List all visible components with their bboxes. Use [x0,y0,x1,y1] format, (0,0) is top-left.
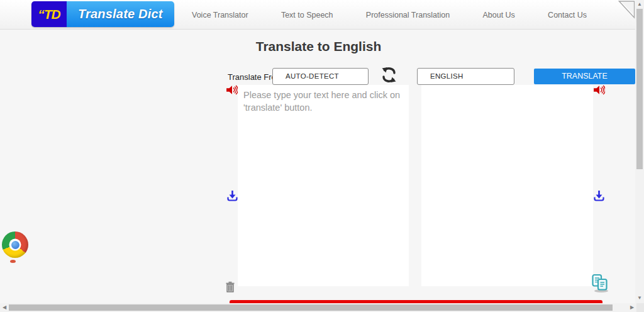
copy-text-button[interactable] [591,274,611,293]
chrome-icon-ring [9,239,21,251]
target-speaker-button[interactable] [594,85,605,95]
swap-languages-icon [382,66,396,86]
scroll-up-icon[interactable]: ▲ [635,1,644,8]
speaker-icon [226,87,238,97]
nav-item-voice-translator[interactable]: Voice Translator [192,11,248,20]
vertical-scrollbar[interactable]: ▲ ▼ [635,0,644,303]
nav-item-about-us[interactable]: About Us [482,11,514,20]
chrome-icon-dot [10,260,16,263]
horizontal-scrollbar-thumb[interactable] [9,304,613,311]
trash-icon [225,285,235,294]
main-nav: Voice Translator Text to Speech Professi… [192,0,587,30]
nav-item-contact-us[interactable]: Contact Us [548,11,587,20]
scroll-left-icon[interactable]: ◀ [1,303,8,312]
speaker-icon [594,87,605,97]
vertical-scrollbar-thumb[interactable] [636,9,643,169]
swap-languages-button[interactable] [379,66,398,86]
clear-text-button[interactable] [225,281,235,292]
chrome-icon-core [11,241,19,249]
horizontal-scrollbar[interactable]: ◀ ▶ [0,303,644,312]
nav-item-text-to-speech[interactable]: Text to Speech [281,11,333,20]
target-download-button[interactable] [594,190,604,202]
source-speaker-button[interactable] [226,85,238,95]
scroll-right-icon[interactable]: ▶ [628,303,636,312]
chrome-icon[interactable] [2,231,28,258]
scroll-down-icon[interactable]: ▼ [635,294,644,302]
target-language-select[interactable]: ENGLISH [417,68,514,85]
target-text-output[interactable] [421,85,593,286]
scrollbar-corner [636,303,644,312]
source-download-button[interactable] [227,190,238,202]
source-text-input[interactable] [238,85,409,286]
logo[interactable]: “TD Translate Dict [31,1,174,27]
page-title: Translate to English [228,39,409,54]
mouse-cursor-icon [618,1,635,21]
header: “TD Translate Dict Voice Translator Text… [0,0,644,30]
logo-title: Translate Dict [67,1,174,27]
logo-td-mark: “TD [31,1,67,27]
download-icon [594,194,604,204]
translate-button[interactable]: TRANSLATE [534,69,635,84]
source-language-select[interactable]: AUTO-DETECT [272,68,369,85]
download-icon [227,194,238,204]
nav-item-professional-translation[interactable]: Professional Translation [366,11,450,20]
copy-icon [591,286,611,295]
